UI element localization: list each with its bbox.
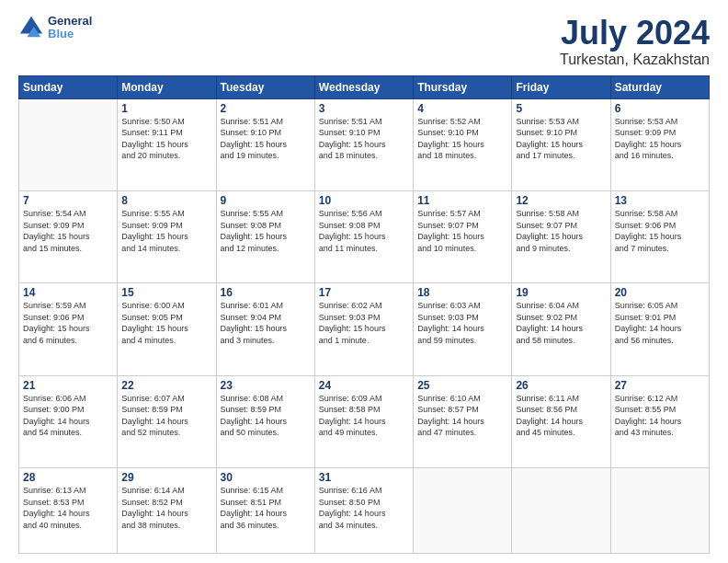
table-row: 4Sunrise: 5:52 AM Sunset: 9:10 PM Daylig… [414, 98, 512, 190]
calendar-week-row: 28Sunrise: 6:13 AM Sunset: 8:53 PM Dayli… [19, 467, 710, 553]
table-row: 16Sunrise: 6:01 AM Sunset: 9:04 PM Dayli… [216, 283, 314, 375]
table-row: 28Sunrise: 6:13 AM Sunset: 8:53 PM Dayli… [19, 467, 118, 553]
table-row: 2Sunrise: 5:51 AM Sunset: 9:10 PM Daylig… [216, 98, 314, 190]
logo-line1: General [48, 15, 92, 28]
calendar-table: Sunday Monday Tuesday Wednesday Thursday… [18, 75, 710, 554]
table-row: 31Sunrise: 6:16 AM Sunset: 8:50 PM Dayli… [314, 467, 413, 553]
header-wednesday: Wednesday [314, 75, 413, 98]
logo-icon [18, 15, 44, 40]
day-number: 5 [516, 102, 606, 115]
day-info: Sunrise: 6:14 AM Sunset: 8:52 PM Dayligh… [121, 485, 211, 531]
day-number: 27 [615, 379, 705, 392]
day-info: Sunrise: 6:04 AM Sunset: 9:02 PM Dayligh… [516, 300, 606, 346]
day-number: 12 [516, 194, 606, 207]
calendar-week-row: 21Sunrise: 6:06 AM Sunset: 9:00 PM Dayli… [19, 375, 710, 467]
day-info: Sunrise: 5:53 AM Sunset: 9:10 PM Dayligh… [516, 116, 606, 162]
day-info: Sunrise: 6:09 AM Sunset: 8:58 PM Dayligh… [319, 393, 409, 439]
day-info: Sunrise: 6:15 AM Sunset: 8:51 PM Dayligh… [221, 485, 311, 531]
table-row: 25Sunrise: 6:10 AM Sunset: 8:57 PM Dayli… [414, 375, 512, 467]
table-row: 26Sunrise: 6:11 AM Sunset: 8:56 PM Dayli… [512, 375, 610, 467]
table-row: 21Sunrise: 6:06 AM Sunset: 9:00 PM Dayli… [19, 375, 118, 467]
table-row [512, 467, 610, 553]
header-monday: Monday [118, 75, 216, 98]
day-number: 31 [319, 471, 409, 484]
logo-text: General Blue [48, 15, 92, 41]
table-row [414, 467, 512, 553]
day-number: 1 [121, 102, 211, 115]
day-info: Sunrise: 6:02 AM Sunset: 9:03 PM Dayligh… [319, 300, 409, 346]
day-info: Sunrise: 5:53 AM Sunset: 9:09 PM Dayligh… [615, 116, 705, 162]
day-number: 19 [516, 286, 606, 299]
title-block: July 2024 Turkestan, Kazakhstan [560, 15, 710, 68]
calendar-subtitle: Turkestan, Kazakhstan [560, 52, 710, 68]
day-info: Sunrise: 5:59 AM Sunset: 9:06 PM Dayligh… [23, 300, 113, 346]
day-info: Sunrise: 6:01 AM Sunset: 9:04 PM Dayligh… [221, 300, 311, 346]
header-tuesday: Tuesday [216, 75, 314, 98]
logo: General Blue [18, 15, 92, 41]
day-info: Sunrise: 6:03 AM Sunset: 9:03 PM Dayligh… [417, 300, 507, 346]
calendar-week-row: 7Sunrise: 5:54 AM Sunset: 9:09 PM Daylig… [19, 190, 710, 282]
day-number: 21 [23, 379, 113, 392]
day-info: Sunrise: 5:50 AM Sunset: 9:11 PM Dayligh… [121, 116, 211, 162]
day-info: Sunrise: 5:54 AM Sunset: 9:09 PM Dayligh… [23, 208, 113, 254]
day-info: Sunrise: 6:13 AM Sunset: 8:53 PM Dayligh… [23, 485, 113, 531]
day-info: Sunrise: 5:55 AM Sunset: 9:08 PM Dayligh… [221, 208, 311, 254]
day-info: Sunrise: 5:51 AM Sunset: 9:10 PM Dayligh… [221, 116, 311, 162]
day-info: Sunrise: 6:12 AM Sunset: 8:55 PM Dayligh… [615, 393, 705, 439]
day-number: 14 [23, 286, 113, 299]
day-info: Sunrise: 6:08 AM Sunset: 8:59 PM Dayligh… [221, 393, 311, 439]
table-row: 20Sunrise: 6:05 AM Sunset: 9:01 PM Dayli… [610, 283, 709, 375]
day-info: Sunrise: 6:16 AM Sunset: 8:50 PM Dayligh… [319, 485, 409, 531]
day-number: 29 [121, 471, 211, 484]
day-number: 15 [121, 286, 211, 299]
day-number: 17 [319, 286, 409, 299]
day-number: 28 [23, 471, 113, 484]
day-number: 9 [221, 194, 311, 207]
day-number: 7 [23, 194, 113, 207]
header-friday: Friday [512, 75, 610, 98]
table-row: 8Sunrise: 5:55 AM Sunset: 9:09 PM Daylig… [118, 190, 216, 282]
table-row: 30Sunrise: 6:15 AM Sunset: 8:51 PM Dayli… [216, 467, 314, 553]
day-number: 26 [516, 379, 606, 392]
calendar-title: July 2024 [560, 15, 710, 52]
day-number: 18 [417, 286, 507, 299]
table-row: 27Sunrise: 6:12 AM Sunset: 8:55 PM Dayli… [610, 375, 709, 467]
header: General Blue July 2024 Turkestan, Kazakh… [18, 15, 710, 68]
day-info: Sunrise: 5:52 AM Sunset: 9:10 PM Dayligh… [417, 116, 507, 162]
calendar-week-row: 14Sunrise: 5:59 AM Sunset: 9:06 PM Dayli… [19, 283, 710, 375]
day-number: 30 [221, 471, 311, 484]
table-row: 15Sunrise: 6:00 AM Sunset: 9:05 PM Dayli… [118, 283, 216, 375]
table-row: 9Sunrise: 5:55 AM Sunset: 9:08 PM Daylig… [216, 190, 314, 282]
header-saturday: Saturday [610, 75, 709, 98]
day-info: Sunrise: 5:58 AM Sunset: 9:06 PM Dayligh… [615, 208, 705, 254]
table-row: 11Sunrise: 5:57 AM Sunset: 9:07 PM Dayli… [414, 190, 512, 282]
header-sunday: Sunday [19, 75, 118, 98]
table-row: 7Sunrise: 5:54 AM Sunset: 9:09 PM Daylig… [19, 190, 118, 282]
day-info: Sunrise: 5:51 AM Sunset: 9:10 PM Dayligh… [319, 116, 409, 162]
table-row: 13Sunrise: 5:58 AM Sunset: 9:06 PM Dayli… [610, 190, 709, 282]
day-number: 8 [121, 194, 211, 207]
day-number: 13 [615, 194, 705, 207]
page: General Blue July 2024 Turkestan, Kazakh… [0, 0, 728, 563]
table-row: 23Sunrise: 6:08 AM Sunset: 8:59 PM Dayli… [216, 375, 314, 467]
day-number: 4 [417, 102, 507, 115]
table-row: 19Sunrise: 6:04 AM Sunset: 9:02 PM Dayli… [512, 283, 610, 375]
table-row [610, 467, 709, 553]
day-info: Sunrise: 6:05 AM Sunset: 9:01 PM Dayligh… [615, 300, 705, 346]
day-info: Sunrise: 5:57 AM Sunset: 9:07 PM Dayligh… [417, 208, 507, 254]
table-row [19, 98, 118, 190]
table-row: 1Sunrise: 5:50 AM Sunset: 9:11 PM Daylig… [118, 98, 216, 190]
table-row: 3Sunrise: 5:51 AM Sunset: 9:10 PM Daylig… [314, 98, 413, 190]
table-row: 29Sunrise: 6:14 AM Sunset: 8:52 PM Dayli… [118, 467, 216, 553]
day-info: Sunrise: 6:10 AM Sunset: 8:57 PM Dayligh… [417, 393, 507, 439]
table-row: 6Sunrise: 5:53 AM Sunset: 9:09 PM Daylig… [610, 98, 709, 190]
day-info: Sunrise: 5:58 AM Sunset: 9:07 PM Dayligh… [516, 208, 606, 254]
table-row: 17Sunrise: 6:02 AM Sunset: 9:03 PM Dayli… [314, 283, 413, 375]
day-number: 25 [417, 379, 507, 392]
day-info: Sunrise: 5:55 AM Sunset: 9:09 PM Dayligh… [121, 208, 211, 254]
day-number: 11 [417, 194, 507, 207]
day-number: 16 [221, 286, 311, 299]
calendar-week-row: 1Sunrise: 5:50 AM Sunset: 9:11 PM Daylig… [19, 98, 710, 190]
day-info: Sunrise: 5:56 AM Sunset: 9:08 PM Dayligh… [319, 208, 409, 254]
table-row: 5Sunrise: 5:53 AM Sunset: 9:10 PM Daylig… [512, 98, 610, 190]
